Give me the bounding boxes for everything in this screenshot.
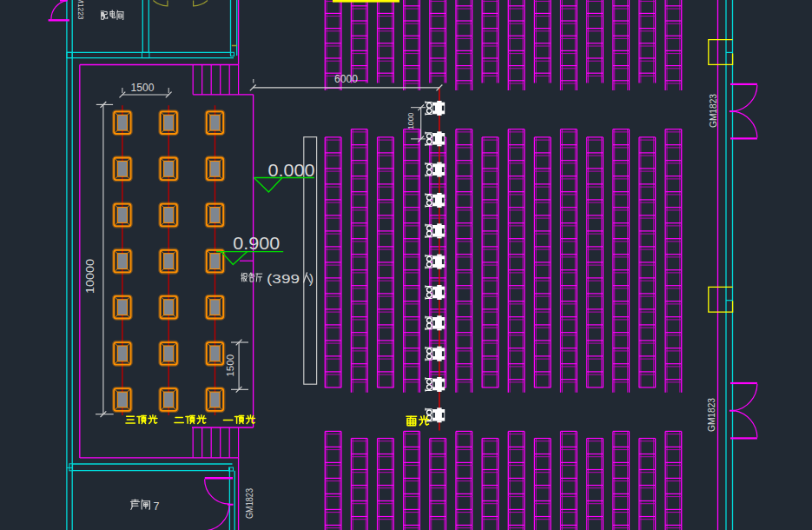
svg-text:7: 7 xyxy=(154,500,160,513)
svg-text:GM1823: GM1823 xyxy=(708,94,718,128)
svg-text:10000: 10000 xyxy=(84,259,96,294)
svg-text:6000: 6000 xyxy=(334,73,358,85)
svg-text:0.000: 0.000 xyxy=(268,161,315,180)
svg-text:(399: (399 xyxy=(267,271,300,286)
svg-text:GM1823: GM1823 xyxy=(244,488,254,519)
svg-text:1500: 1500 xyxy=(226,354,236,377)
svg-text:1500: 1500 xyxy=(130,82,154,94)
svg-text:0.900: 0.900 xyxy=(233,234,280,253)
svg-text:GM1223: GM1223 xyxy=(76,0,85,20)
svg-text:GM1823: GM1823 xyxy=(706,398,716,432)
svg-text:1000: 1000 xyxy=(406,113,415,130)
svg-text:): ) xyxy=(309,271,314,286)
